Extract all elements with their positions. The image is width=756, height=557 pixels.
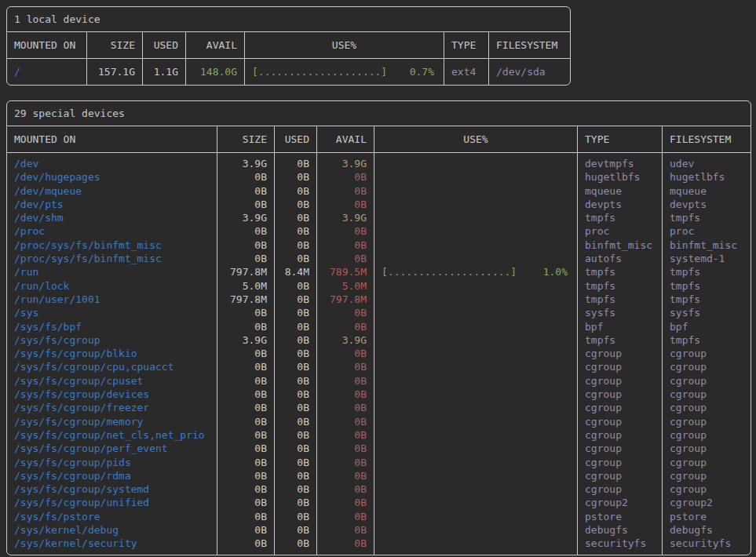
table-row: /proc 0B 0B 0B proc proc bbox=[7, 224, 751, 238]
cell-mounted-on: /sys bbox=[7, 306, 217, 319]
cell-mounted-on: /run bbox=[7, 265, 217, 278]
cell-avail: 0B bbox=[317, 360, 374, 373]
cell-avail: 0B bbox=[317, 238, 374, 252]
table-row: /sys/fs/cgroup/systemd 0B 0B 0B cgroup c… bbox=[7, 482, 751, 496]
table-row: /dev/mqueue 0B 0B 0B mqueue mqueue bbox=[7, 184, 751, 198]
cell-type: cgroup bbox=[578, 482, 663, 496]
header-size: SIZE bbox=[217, 126, 275, 152]
table-row: /run/lock 5.0M 0B 5.0M tmpfs tmpfs bbox=[7, 279, 751, 293]
cell-size: 0B bbox=[217, 496, 275, 509]
cell-type: proc bbox=[578, 224, 663, 238]
cell-use-percent bbox=[374, 198, 578, 211]
cell-size: 0B bbox=[217, 170, 275, 184]
cell-use-percent bbox=[374, 496, 578, 509]
table-row: /sys/kernel/security 0B 0B 0B securityfs… bbox=[7, 537, 751, 550]
cell-avail: 0B bbox=[317, 252, 374, 265]
cell-type: mqueue bbox=[578, 184, 663, 198]
cell-filesystem: cgroup bbox=[663, 482, 751, 496]
cell-mounted-on: /sys/fs/cgroup/blkio bbox=[7, 347, 217, 360]
cell-used: 0B bbox=[275, 170, 317, 184]
cell-mounted-on: /dev/mqueue bbox=[7, 184, 217, 198]
special-devices-table: 29 special devices MOUNTED ON SIZE USED … bbox=[6, 100, 751, 555]
table-row: /sys/fs/cgroup/devices 0B 0B 0B cgroup c… bbox=[7, 388, 751, 401]
cell-type: ext4 bbox=[444, 59, 489, 85]
cell-mounted-on: /dev/hugepages bbox=[7, 170, 217, 184]
cell-use-percent bbox=[374, 442, 578, 455]
cell-filesystem: cgroup bbox=[663, 360, 751, 373]
table-row: /sys 0B 0B 0B sysfs sysfs bbox=[7, 306, 751, 319]
cell-size: 0B bbox=[217, 374, 275, 388]
cell-used: 0B bbox=[275, 198, 317, 211]
cell-avail: 0B bbox=[317, 170, 374, 184]
cell-use-percent bbox=[374, 224, 578, 238]
cell-filesystem: cgroup bbox=[663, 428, 751, 442]
cell-avail: 0B bbox=[317, 306, 374, 319]
cell-used: 0B bbox=[275, 238, 317, 252]
cell-used: 0B bbox=[275, 374, 317, 388]
cell-mounted-on: /proc/sys/fs/binfmt_misc bbox=[7, 252, 217, 265]
cell-used: 0B bbox=[275, 428, 317, 442]
cell-used: 0B bbox=[275, 510, 317, 523]
cell-use-percent bbox=[374, 415, 578, 428]
cell-use-percent bbox=[374, 482, 578, 496]
cell-size: 157.1G bbox=[87, 59, 143, 85]
cell-type: binfmt_misc bbox=[578, 238, 663, 252]
header-type: TYPE bbox=[578, 126, 663, 152]
cell-mounted-on: /sys/kernel/debug bbox=[7, 523, 217, 537]
cell-mounted-on: /sys/fs/bpf bbox=[7, 320, 217, 333]
table-row: /sys/fs/cgroup/rdma 0B 0B 0B cgroup cgro… bbox=[7, 469, 751, 482]
table-row: /sys/fs/cgroup/net_cls,net_prio 0B 0B 0B… bbox=[7, 428, 751, 442]
cell-used: 0B bbox=[275, 537, 317, 550]
cell-filesystem: devpts bbox=[663, 198, 751, 211]
cell-use-percent bbox=[374, 456, 578, 469]
cell-use-percent bbox=[374, 510, 578, 523]
cell-used: 1.1G bbox=[143, 59, 186, 85]
cell-size: 0B bbox=[217, 238, 275, 252]
table-row: /dev/hugepages 0B 0B 0B hugetlbfs hugetl… bbox=[7, 170, 751, 184]
cell-used: 0B bbox=[275, 252, 317, 265]
cell-filesystem: sysfs bbox=[663, 306, 751, 319]
cell-mounted-on: /sys/fs/cgroup/cpuset bbox=[7, 374, 217, 388]
cell-use-percent bbox=[374, 428, 578, 442]
cell-use-percent bbox=[374, 388, 578, 401]
cell-filesystem: pstore bbox=[663, 510, 751, 523]
cell-filesystem: tmpfs bbox=[663, 211, 751, 224]
cell-used: 0B bbox=[275, 469, 317, 482]
header-avail: AVAIL bbox=[317, 126, 374, 152]
cell-use-percent bbox=[374, 306, 578, 319]
cell-filesystem: /dev/sda bbox=[489, 59, 570, 85]
cell-size: 0B bbox=[217, 415, 275, 428]
table-row: /sys/fs/bpf 0B 0B 0B bpf bpf bbox=[7, 320, 751, 333]
cell-mounted-on: /sys/fs/cgroup/freezer bbox=[7, 401, 217, 414]
cell-type: debugfs bbox=[578, 523, 663, 537]
cell-avail: 0B bbox=[317, 428, 374, 442]
cell-mounted-on: /dev/pts bbox=[7, 198, 217, 211]
cell-avail: 0B bbox=[317, 496, 374, 509]
cell-type: bpf bbox=[578, 320, 663, 333]
header-used: USED bbox=[275, 126, 317, 152]
cell-filesystem: cgroup bbox=[663, 456, 751, 469]
table-row: /sys/fs/cgroup/unified 0B 0B 0B cgroup2 … bbox=[7, 496, 751, 509]
cell-avail: 3.9G bbox=[317, 157, 374, 170]
cell-avail: 0B bbox=[317, 320, 374, 333]
cell-avail: 0B bbox=[317, 482, 374, 496]
cell-use-percent bbox=[374, 401, 578, 414]
cell-size: 797.8M bbox=[217, 293, 275, 306]
table-row: /sys/fs/cgroup/freezer 0B 0B 0B cgroup c… bbox=[7, 401, 751, 414]
cell-filesystem: udev bbox=[663, 157, 751, 170]
cell-used: 0B bbox=[275, 320, 317, 333]
table-row: /run 797.8M 8.4M 789.5M [...............… bbox=[7, 265, 751, 278]
cell-size: 0B bbox=[217, 523, 275, 537]
cell-mounted-on: /sys/fs/cgroup/systemd bbox=[7, 482, 217, 496]
cell-type: hugetlbfs bbox=[578, 170, 663, 184]
usage-percent: 1.0% bbox=[543, 265, 568, 278]
cell-use-percent bbox=[374, 523, 578, 537]
cell-size: 0B bbox=[217, 184, 275, 198]
cell-mounted-on: /proc bbox=[7, 224, 217, 238]
cell-type: cgroup bbox=[578, 415, 663, 428]
cell-type: devtmpfs bbox=[578, 157, 663, 170]
cell-mounted-on: /sys/fs/pstore bbox=[7, 510, 217, 523]
cell-use-percent bbox=[374, 184, 578, 198]
header-type: TYPE bbox=[444, 32, 489, 58]
cell-avail: 148.0G bbox=[186, 59, 245, 85]
